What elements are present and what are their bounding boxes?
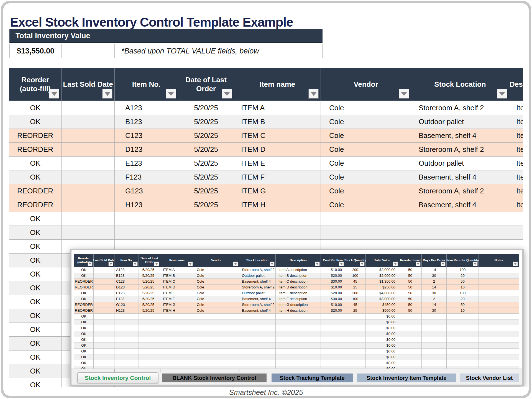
cell-stock-location[interactable]: Outdoor pallet	[239, 290, 276, 296]
filter-dropdown-button[interactable]	[108, 262, 113, 266]
cell-last-sold-date[interactable]	[62, 143, 115, 157]
cell-notes[interactable]	[479, 285, 519, 290]
cell-vendor[interactable]: Cole	[194, 290, 239, 296]
cell-item-name[interactable]: ITEM G	[160, 302, 194, 308]
cell-reorder[interactable]: OK	[9, 157, 62, 170]
cell-last-sold-date[interactable]	[94, 331, 114, 337]
cell-date-of-last-order[interactable]: 5/20/25	[178, 184, 234, 198]
filter-dropdown-button[interactable]	[360, 262, 365, 266]
cell-vendor[interactable]: Cole	[321, 198, 411, 212]
cell-notes[interactable]	[479, 354, 519, 360]
cell-description[interactable]	[276, 337, 321, 343]
cell-reorder-level[interactable]	[399, 354, 422, 360]
total-value-note-cell[interactable]: *Based upon TOTAL VALUE fields, below	[115, 44, 323, 58]
cell-stock-location[interactable]: Basement, shelf 4	[411, 198, 509, 212]
cell-cost-per-item[interactable]: $30.00	[321, 279, 345, 285]
cell-vendor[interactable]: Cole	[321, 115, 411, 129]
cell-reorder-level[interactable]	[399, 343, 422, 349]
cell-item-name[interactable]: ITEM H	[234, 198, 321, 212]
cell-item-reorder-quantity[interactable]	[447, 349, 479, 354]
cell-stock-quantity[interactable]: 100	[345, 296, 366, 302]
cell-reorder-level[interactable]	[399, 325, 422, 331]
cell-item-name[interactable]: ITEM G	[234, 184, 321, 198]
cell-reorder-level[interactable]	[399, 360, 422, 366]
cell-stock-quantity[interactable]	[345, 319, 366, 325]
cell-item-no[interactable]: E123	[115, 157, 178, 170]
cell-notes[interactable]	[479, 296, 519, 302]
cell-description[interactable]: Item F description	[509, 170, 523, 184]
cell-last-sold-date[interactable]	[62, 170, 115, 184]
cell-reorder[interactable]: OK	[9, 240, 62, 254]
cell-description[interactable]: Item A description	[509, 101, 523, 115]
cell-item-name[interactable]	[160, 319, 194, 325]
cell-vendor[interactable]	[321, 226, 411, 240]
cell-item-name[interactable]	[160, 331, 194, 337]
cell-last-sold-date[interactable]	[94, 325, 114, 331]
cell-description[interactable]	[276, 331, 321, 337]
cell-reorder[interactable]: OK	[9, 281, 62, 295]
cell-days-per-order[interactable]	[422, 349, 447, 354]
cell-notes[interactable]	[479, 360, 519, 366]
cell-stock-location[interactable]: Basement, shelf 4	[411, 129, 509, 143]
cell-description[interactable]	[509, 212, 523, 226]
cell-vendor[interactable]	[194, 331, 239, 337]
cell-stock-quantity[interactable]	[345, 349, 366, 354]
cell-reorder-level[interactable]: 50	[399, 279, 422, 285]
cell-vendor[interactable]: Cole	[321, 184, 411, 198]
cell-reorder-level[interactable]: 50	[399, 290, 422, 296]
cell-last-sold-date[interactable]	[94, 314, 114, 319]
cell-last-sold-date[interactable]	[94, 354, 114, 360]
cell-reorder[interactable]: OK	[74, 331, 94, 337]
cell-description[interactable]: Item E description	[509, 157, 523, 170]
cell-last-sold-date[interactable]	[62, 184, 115, 198]
cell-item-no[interactable]	[114, 314, 139, 319]
cell-stock-location[interactable]: Basement, shelf 4	[239, 296, 276, 302]
cell-item-reorder-quantity[interactable]: 20	[447, 296, 479, 302]
cell-last-sold-date[interactable]	[94, 308, 114, 314]
cell-total-value[interactable]: $0.00	[366, 343, 399, 349]
cell-reorder[interactable]: OK	[9, 226, 62, 240]
cell-reorder[interactable]: OK	[9, 364, 62, 378]
cell-vendor[interactable]: Cole	[321, 157, 411, 170]
cell-reorder[interactable]: OK	[74, 343, 94, 349]
cell-notes[interactable]	[479, 337, 519, 343]
cell-date-of-last-order[interactable]: 5/20/25	[178, 129, 234, 143]
cell-vendor[interactable]: Cole	[321, 129, 411, 143]
cell-reorder-level[interactable]	[399, 349, 422, 354]
cell-item-name[interactable]: ITEM E	[234, 157, 321, 170]
cell-days-per-order[interactable]: 2	[422, 296, 447, 302]
cell-stock-location[interactable]	[239, 343, 276, 349]
filter-dropdown-button[interactable]	[441, 262, 446, 266]
filter-dropdown-button[interactable]	[222, 89, 232, 99]
filter-dropdown-button[interactable]	[49, 89, 59, 99]
cell-last-sold-date[interactable]	[94, 267, 114, 273]
filter-dropdown-button[interactable]	[315, 262, 320, 266]
cell-date-of-last-order[interactable]	[139, 319, 160, 325]
cell-reorder[interactable]: REORDER	[9, 129, 62, 143]
cell-stock-quantity[interactable]	[345, 360, 366, 366]
cell-item-no[interactable]	[114, 325, 139, 331]
cell-vendor[interactable]	[194, 319, 239, 325]
cell-item-no[interactable]: A123	[114, 267, 139, 273]
cell-item-name[interactable]: ITEM D	[234, 143, 321, 157]
cell-reorder[interactable]: OK	[74, 314, 94, 319]
cell-stock-location[interactable]: Storeroom A, shelf 2	[411, 101, 509, 115]
total-inventory-value-cell[interactable]: $13,550.00	[9, 44, 62, 58]
cell-total-value[interactable]: $1,350.00	[366, 279, 399, 285]
cell-vendor[interactable]	[194, 360, 239, 366]
cell-item-reorder-quantity[interactable]	[447, 331, 479, 337]
cell-stock-location[interactable]	[239, 314, 276, 319]
cell-reorder[interactable]: OK	[9, 101, 62, 115]
cell-notes[interactable]	[479, 267, 519, 273]
cell-vendor[interactable]: Cole	[194, 285, 239, 290]
cell-date-of-last-order[interactable]: 5/20/25	[139, 308, 160, 314]
cell-reorder[interactable]: REORDER	[74, 302, 94, 308]
cell-date-of-last-order[interactable]	[139, 325, 160, 331]
cell-reorder[interactable]: OK	[74, 290, 94, 296]
sheet-tab-5[interactable]: Stock Vendor List	[460, 374, 519, 382]
cell-item-no[interactable]: D123	[115, 143, 178, 157]
cell-reorder[interactable]: OK	[9, 295, 62, 309]
cell-last-sold-date[interactable]	[94, 279, 114, 285]
cell-date-of-last-order[interactable]: 5/20/25	[178, 115, 234, 129]
cell-cost-per-item[interactable]	[321, 331, 345, 337]
